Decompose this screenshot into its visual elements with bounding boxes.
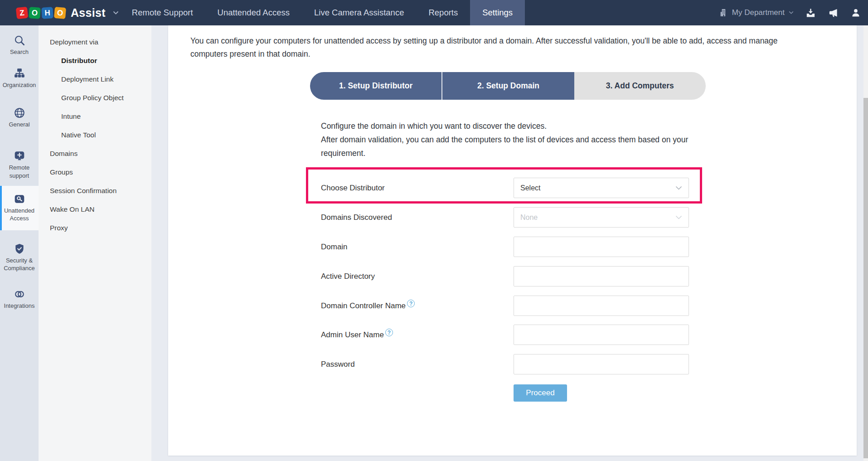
remote-support-icon [14, 150, 25, 162]
product-name: Assist [71, 6, 106, 19]
domains-discovered-label: Domains Discovered [321, 207, 392, 228]
nav-item-settings[interactable]: Settings [470, 0, 525, 25]
selected-value: Select [520, 184, 540, 192]
nav-item-remote-support[interactable]: Remote Support [120, 0, 205, 25]
rail-item-label: Organization [3, 81, 36, 89]
form-row-active-directory: Active Directory [321, 266, 711, 286]
department-label: My Department [732, 8, 785, 17]
globe-icon [14, 107, 25, 119]
app-window: Z O H O Assist Remote Support Unattended… [0, 0, 868, 461]
password-label: Password [321, 354, 355, 374]
rail-item-general[interactable]: General [0, 107, 39, 128]
label-text: Domain Controller Name [321, 301, 406, 311]
integrations-icon [14, 288, 25, 300]
logo-letter-o1: O [29, 7, 41, 19]
form-row-domain-controller: Domain Controller Name ? [321, 296, 711, 316]
vertical-scrollbar[interactable] [863, 25, 868, 461]
download-icon[interactable] [805, 8, 816, 18]
nav-item-unattended-access[interactable]: Unattended Access [205, 0, 302, 25]
rail-item-label: Unattended Access [2, 207, 37, 222]
domain-controller-input[interactable] [514, 296, 689, 316]
password-input[interactable] [514, 354, 689, 374]
form-row-password: Password [321, 354, 711, 374]
sidebar-item-deployment-via[interactable]: Deployment via [39, 33, 151, 51]
domain-setup-description: Configure the domain in which you want t… [321, 119, 711, 160]
rail-item-label: Search [10, 48, 29, 56]
sidebar-item-distributor[interactable]: Distributor [39, 51, 151, 70]
rail-item-label: Remote support [0, 164, 39, 179]
sidebar-item-domains[interactable]: Domains [39, 144, 151, 163]
announcements-icon[interactable] [828, 8, 839, 18]
unattended-access-settings-menu: Deployment via Distributor Deployment Li… [39, 25, 151, 461]
active-directory-input[interactable] [514, 266, 689, 286]
proceed-button[interactable]: Proceed [514, 384, 567, 402]
form-row-admin-user: Admin User Name ? [321, 325, 711, 345]
rail-item-security-compliance[interactable]: Security & Compliance [0, 243, 39, 272]
sidebar-item-group-policy-object[interactable]: Group Policy Object [39, 88, 151, 107]
department-selector[interactable]: My Department [719, 8, 794, 17]
unattended-access-icon [14, 193, 25, 205]
choose-distributor-select[interactable]: Select [514, 178, 689, 198]
form-row-domains-discovered: Domains Discovered None [321, 207, 711, 228]
intro-text: You can configure your computers for una… [190, 34, 793, 61]
brand[interactable]: Z O H O Assist [0, 0, 119, 25]
chevron-down-icon [789, 11, 794, 15]
help-icon[interactable]: ? [385, 329, 393, 336]
sidebar-item-groups[interactable]: Groups [39, 163, 151, 181]
building-icon [719, 8, 728, 17]
wizard-step-setup-domain[interactable]: 2. Setup Domain [442, 72, 574, 100]
rail-item-unattended-access[interactable]: Unattended Access [0, 186, 39, 230]
domain-controller-label: Domain Controller Name ? [321, 296, 415, 316]
logo-letter-o2: O [54, 6, 66, 19]
active-directory-label: Active Directory [321, 266, 375, 286]
rail-item-remote-support[interactable]: Remote support [0, 150, 39, 179]
description-line-2: After domain validation, you can add the… [321, 133, 711, 160]
domains-discovered-select[interactable]: None [514, 207, 689, 228]
sidebar-item-deployment-link[interactable]: Deployment Link [39, 70, 151, 88]
scrollbar-thumb[interactable] [863, 98, 868, 458]
sidebar-item-wake-on-lan[interactable]: Wake On LAN [39, 200, 151, 218]
user-account-icon[interactable] [851, 8, 861, 18]
sidebar-item-proxy[interactable]: Proxy [39, 218, 151, 237]
settings-icon-rail: Search Organization [0, 25, 39, 461]
chevron-down-icon[interactable] [113, 11, 119, 15]
nav-item-reports[interactable]: Reports [416, 0, 470, 25]
help-icon[interactable]: ? [407, 300, 415, 307]
nav-item-live-camera-assistance[interactable]: Live Camera Assistance [302, 0, 416, 25]
admin-username-input[interactable] [514, 325, 689, 345]
zoho-logo: Z O H O [16, 7, 66, 19]
rail-item-organization[interactable]: Organization [0, 68, 39, 89]
logo-letter-h: H [41, 7, 53, 19]
rail-item-search[interactable]: Search [0, 34, 39, 56]
wizard-step-add-computers[interactable]: 3. Add Computers [574, 72, 706, 100]
rail-item-label: General [9, 121, 29, 128]
label-text: Admin User Name [321, 330, 384, 340]
choose-distributor-label: Choose Distributor [321, 178, 385, 198]
setup-wizard-steps: 1. Setup Distributor 2. Setup Domain 3. … [310, 72, 706, 100]
rail-item-label: Security & Compliance [0, 257, 39, 272]
admin-user-label: Admin User Name ? [321, 325, 393, 345]
chevron-down-icon [675, 186, 682, 190]
distributor-setup-panel: You can configure your computers for una… [168, 25, 857, 456]
selected-value: None [520, 214, 538, 222]
chevron-down-icon [675, 215, 682, 220]
organization-icon [14, 68, 25, 79]
form-row-choose-distributor: Choose Distributor Select [321, 178, 711, 198]
top-right-controls: My Department [719, 0, 868, 25]
domain-input[interactable] [514, 237, 689, 257]
wizard-step-setup-distributor[interactable]: 1. Setup Distributor [310, 72, 442, 100]
main-menu: Remote Support Unattended Access Live Ca… [120, 0, 525, 25]
description-line-1: Configure the domain in which you want t… [321, 119, 711, 133]
rail-item-label: Integrations [4, 302, 35, 310]
search-icon [14, 34, 25, 46]
sidebar-item-session-confirmation[interactable]: Session Confirmation [39, 181, 151, 200]
shield-check-icon [14, 243, 25, 255]
top-navigation-bar: Z O H O Assist Remote Support Unattended… [0, 0, 868, 25]
sidebar-item-intune[interactable]: Intune [39, 107, 151, 126]
form-row-domain: Domain [321, 237, 711, 257]
domain-label: Domain [321, 237, 348, 257]
rail-item-integrations[interactable]: Integrations [0, 288, 39, 310]
sidebar-item-native-tool[interactable]: Native Tool [39, 126, 151, 144]
logo-letter-z: Z [16, 6, 28, 19]
